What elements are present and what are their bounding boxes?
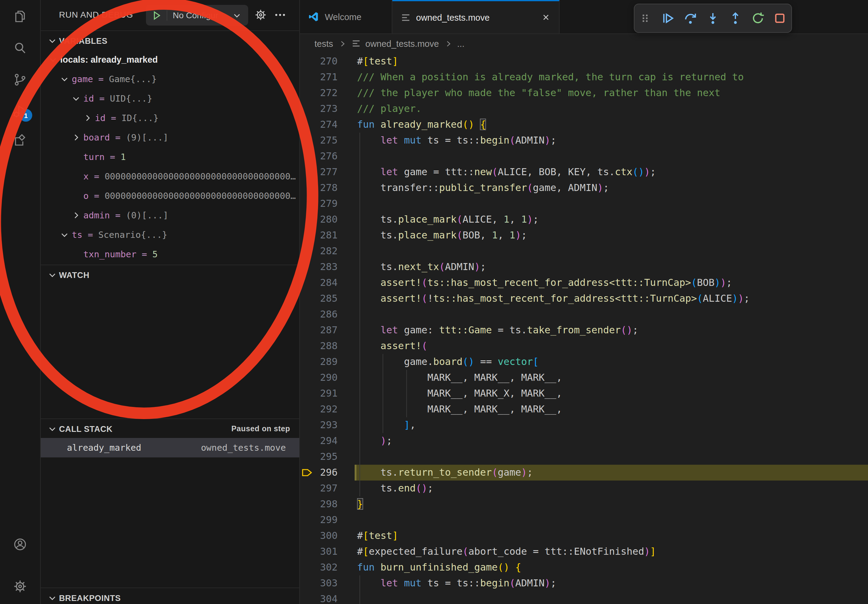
line-number[interactable]: 300	[299, 528, 338, 544]
line-number[interactable]: 277	[299, 164, 338, 180]
code-line-296[interactable]: 296 ts.return_to_sender(game);	[299, 465, 868, 480]
code-line-294[interactable]: 294 );	[299, 433, 868, 449]
line-number[interactable]: 297	[299, 480, 338, 496]
extensions-icon[interactable]	[13, 133, 27, 148]
variable-row[interactable]: txn_number = 5	[40, 245, 299, 264]
code-line-275[interactable]: 275 let mut ts = ts::begin(ADMIN);	[299, 133, 868, 149]
code-line-291[interactable]: 291 MARK__, MARK_X, MARK__,	[299, 386, 868, 401]
line-number[interactable]: 298	[299, 496, 338, 512]
line-number[interactable]: 285	[299, 291, 338, 307]
line-number[interactable]: 301	[299, 544, 338, 560]
variable-row[interactable]: id = ID{...}	[40, 108, 299, 128]
variable-row[interactable]: x = 000000000000000000000000000000000000…	[40, 167, 299, 186]
start-debug-icon[interactable]	[146, 10, 167, 20]
code-line-283[interactable]: 283 ts.next_tx(ADMIN);	[299, 259, 868, 275]
line-number[interactable]: 270	[299, 54, 338, 69]
line-number[interactable]: 291	[299, 386, 338, 401]
breadcrumb-item[interactable]: tests	[315, 39, 333, 48]
code-line-270[interactable]: 270#[test]	[299, 54, 868, 69]
line-number[interactable]: 304	[299, 591, 338, 604]
chevron-down-icon[interactable]	[60, 75, 72, 83]
explorer-icon[interactable]	[13, 9, 27, 24]
line-number[interactable]: 287	[299, 322, 338, 338]
code-line-289[interactable]: 289 game.board() == vector[	[299, 354, 868, 370]
code-line-285[interactable]: 285 assert!(!ts::has_most_recent_for_add…	[299, 291, 868, 307]
line-number[interactable]: 289	[299, 354, 338, 370]
restart-button[interactable]	[750, 10, 766, 26]
line-number[interactable]: 271	[299, 69, 338, 85]
chevron-right-icon[interactable]	[83, 114, 95, 122]
code-line-293[interactable]: 293 ],	[299, 417, 868, 433]
search-icon[interactable]	[13, 41, 27, 55]
code-line-300[interactable]: 300#[test]	[299, 528, 868, 544]
close-icon[interactable]	[541, 13, 550, 22]
line-number[interactable]: 275	[299, 133, 338, 149]
toolbar-drag-grip[interactable]	[638, 10, 654, 26]
code-line-299[interactable]: 299	[299, 512, 868, 528]
line-number[interactable]: 299	[299, 512, 338, 528]
code-line-301[interactable]: 301#[expected_failure(abort_code = ttt::…	[299, 544, 868, 560]
line-number[interactable]: 296	[299, 465, 338, 480]
code-line-287[interactable]: 287 let game: ttt::Game = ts.take_from_s…	[299, 322, 868, 338]
code-line-298[interactable]: 298}	[299, 496, 868, 512]
settings-gear-icon[interactable]	[13, 579, 27, 594]
code-line-292[interactable]: 292 MARK__, MARK__, MARK__,	[299, 401, 868, 417]
breadcrumb-item[interactable]: owned_tests.move	[365, 39, 439, 48]
line-number[interactable]: 272	[299, 85, 338, 101]
line-number[interactable]: 276	[299, 149, 338, 164]
code-line-303[interactable]: 303 let mut ts = ts::begin(ADMIN);	[299, 575, 868, 591]
step-over-button[interactable]	[682, 10, 698, 26]
step-into-button[interactable]	[705, 10, 721, 26]
breadcrumb-item[interactable]: ...	[457, 39, 464, 48]
code-line-304[interactable]: 304	[299, 591, 868, 604]
continue-button[interactable]	[660, 10, 676, 26]
more-actions-icon[interactable]	[274, 9, 287, 21]
line-number[interactable]: 294	[299, 433, 338, 449]
code-line-297[interactable]: 297 ts.end();	[299, 480, 868, 496]
line-number[interactable]: 274	[299, 117, 338, 133]
line-number[interactable]: 284	[299, 275, 338, 291]
chevron-down-icon[interactable]	[232, 11, 248, 20]
code-line-271[interactable]: 271/// When a position is already marked…	[299, 69, 868, 85]
line-number[interactable]: 273	[299, 101, 338, 117]
code-line-288[interactable]: 288 assert!(	[299, 338, 868, 354]
code-line-273[interactable]: 273/// player.	[299, 101, 868, 117]
variable-row[interactable]: admin = (0)[...]	[40, 206, 299, 225]
code-line-274[interactable]: 274fun already_marked() {	[299, 117, 868, 133]
line-number[interactable]: 281	[299, 228, 338, 243]
variable-row[interactable]: locals: already_marked	[40, 50, 299, 69]
chevron-down-icon[interactable]	[49, 55, 60, 64]
code-line-272[interactable]: 272/// the player who made the "false" m…	[299, 85, 868, 101]
code-line-286[interactable]: 286	[299, 307, 868, 322]
line-number[interactable]: 292	[299, 401, 338, 417]
code-line-280[interactable]: 280 ts.place_mark(ALICE, 1, 1);	[299, 212, 868, 228]
call-stack-section-header[interactable]: CALL STACK Paused on step	[40, 418, 299, 438]
step-out-button[interactable]	[727, 10, 743, 26]
variable-row[interactable]: id = UID{...}	[40, 89, 299, 108]
chevron-down-icon[interactable]	[72, 94, 83, 103]
variable-row[interactable]: turn = 1	[40, 147, 299, 167]
source-control-icon[interactable]	[13, 73, 27, 87]
config-dropdown-label[interactable]: No Configur	[167, 10, 232, 20]
line-number[interactable]: 282	[299, 243, 338, 259]
variable-row[interactable]: game = Game{...}	[40, 69, 299, 89]
line-number[interactable]: 280	[299, 212, 338, 228]
code-line-302[interactable]: 302fun burn_unfinished_game() {	[299, 560, 868, 575]
code-line-277[interactable]: 277 let game = ttt::new(ALICE, BOB, KEY,…	[299, 164, 868, 180]
code-line-278[interactable]: 278 transfer::public_transfer(game, ADMI…	[299, 180, 868, 196]
line-number[interactable]: 293	[299, 417, 338, 433]
variable-row[interactable]: board = (9)[...]	[40, 128, 299, 147]
line-number[interactable]: 303	[299, 575, 338, 591]
line-number[interactable]: 288	[299, 338, 338, 354]
line-number[interactable]: 286	[299, 307, 338, 322]
line-number[interactable]: 302	[299, 560, 338, 575]
line-number[interactable]: 290	[299, 370, 338, 386]
code-line-282[interactable]: 282	[299, 243, 868, 259]
chevron-right-icon[interactable]	[72, 133, 83, 142]
debug-settings-gear-icon[interactable]	[254, 9, 267, 21]
code-line-284[interactable]: 284 assert!(ts::has_most_recent_for_addr…	[299, 275, 868, 291]
line-number[interactable]: 283	[299, 259, 338, 275]
variable-row[interactable]: o = 000000000000000000000000000000000000…	[40, 186, 299, 206]
code-line-281[interactable]: 281 ts.place_mark(BOB, 1, 1);	[299, 228, 868, 243]
breakpoints-section-header[interactable]: BREAKPOINTS	[40, 588, 299, 604]
